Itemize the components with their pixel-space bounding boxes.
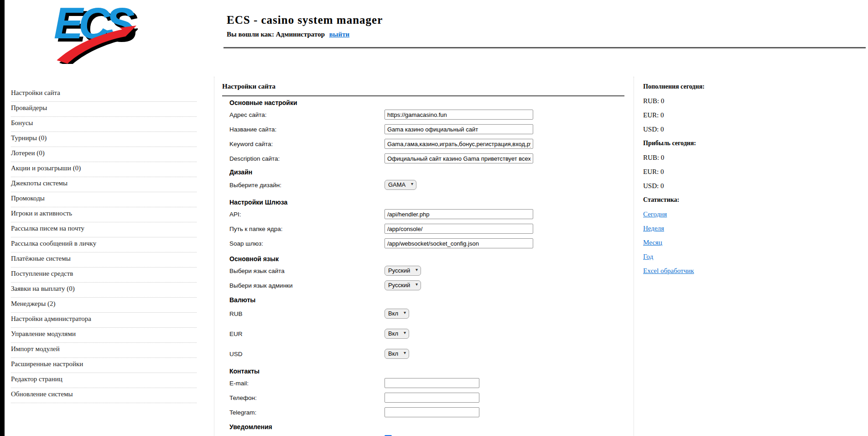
admin-lang-select[interactable]: Русский <box>385 280 421 290</box>
sidebar-item-tournaments[interactable]: Турниры (0) <box>11 132 197 147</box>
field-row-email: E-mail: <box>222 376 624 390</box>
site-description-label: Description сайта: <box>229 155 385 162</box>
statistics-title: Статистика: <box>643 196 780 205</box>
section-currencies: Валюты <box>222 296 624 305</box>
section-gateway: Настройки Шлюза <box>222 199 624 207</box>
usd-label: USD <box>229 351 385 357</box>
field-row-site-lang: Выбери язык сайта Русский ▾ <box>222 263 624 278</box>
sidebar-item-pm-mailing[interactable]: Рассылка сообщений в личку <box>11 237 197 252</box>
sidebar-item-site-settings[interactable]: Настройки сайта <box>11 87 197 102</box>
site-name-input[interactable] <box>385 124 533 134</box>
sidebar-item-payout-requests[interactable]: Заявки на выплату (0) <box>11 283 197 298</box>
field-row-rub: RUB Вкл ▾ <box>222 305 624 323</box>
site-url-input[interactable] <box>385 110 533 120</box>
site-description-input[interactable] <box>385 153 533 163</box>
section-language: Основной язык <box>222 255 624 263</box>
phone-field[interactable] <box>385 393 479 403</box>
logout-link[interactable]: выйти <box>329 31 349 38</box>
admin-lang-label: Выбери язык админки <box>229 282 385 289</box>
core-path-label: Путь к папке ядра: <box>229 226 385 232</box>
sidebar-item-incoming-funds[interactable]: Поступление средств <box>11 268 197 283</box>
sidebar-item-jackpots[interactable]: Джекпоты системы <box>11 177 197 192</box>
login-status: Вы вошли как: Администратор выйти <box>227 31 728 38</box>
sidebar-item-admin-settings[interactable]: Настройки администратора <box>11 313 197 328</box>
field-row-deposit-notify: При пополнение счета: <box>222 431 624 436</box>
section-basic-settings: Основные настройки <box>222 99 624 107</box>
field-row-soap: Soap шлюз: <box>222 236 624 251</box>
sidebar-item-advanced-settings[interactable]: Расширенные настройки <box>11 358 197 373</box>
profit-usd: USD: 0 <box>643 182 780 190</box>
site-settings-panel: Настройки сайта Основные настройки Адрес… <box>214 77 634 436</box>
deposits-usd: USD: 0 <box>643 126 780 134</box>
login-status-text: Вы вошли как: Администратор <box>227 31 325 38</box>
email-label: E-mail: <box>229 380 385 387</box>
app-title: ECS - casino system manager <box>227 14 728 26</box>
sidebar-nav: Настройки сайта Провайдеры Бонусы Турнир… <box>11 87 197 403</box>
sidebar-item-module-import[interactable]: Импорт модулей <box>11 343 197 358</box>
api-input[interactable] <box>385 209 533 219</box>
page-header: ECS - casino system manager Вы вошли как… <box>227 14 728 38</box>
sidebar-item-providers[interactable]: Провайдеры <box>11 102 197 117</box>
core-path-input[interactable] <box>385 224 533 234</box>
phone-label: Телефон: <box>229 394 385 401</box>
soap-label: Soap шлюз: <box>229 240 385 247</box>
field-row-site-name: Название сайта: <box>222 122 624 137</box>
sidebar-item-page-editor[interactable]: Редактор страниц <box>11 373 197 388</box>
field-row-telegram: Telegram: <box>222 405 624 420</box>
api-label: API: <box>229 211 385 218</box>
sidebar-item-managers[interactable]: Менеджеры (2) <box>11 298 197 313</box>
stats-link-week[interactable]: Неделя <box>643 225 664 232</box>
stats-link-excel[interactable]: Excel обработчик <box>643 267 694 274</box>
deposits-today-title: Пополнения сегодня: <box>643 83 780 91</box>
profit-today-title: Прибыль сегодня: <box>643 140 780 148</box>
design-select[interactable]: GAMA <box>385 180 416 190</box>
sidebar-item-promocodes[interactable]: Промокоды <box>11 192 197 207</box>
field-row-admin-lang: Выбери язык админки Русский ▾ <box>222 278 624 293</box>
sidebar-item-players-activity[interactable]: Игроки и активность <box>11 207 197 222</box>
section-contacts: Контакты <box>222 368 624 376</box>
logo-swoosh-icon <box>51 5 138 64</box>
sidebar-item-lotteries[interactable]: Лотереи (0) <box>11 147 197 162</box>
field-row-core-path: Путь к папке ядра: <box>222 221 624 236</box>
deposits-eur: EUR: 0 <box>643 111 780 120</box>
stats-panel: Пополнения сегодня: RUB: 0 EUR: 0 USD: 0… <box>643 83 780 281</box>
sidebar-item-payment-systems[interactable]: Платёжные системы <box>11 252 197 268</box>
left-edge-strip <box>0 0 5 436</box>
rub-label: RUB <box>229 310 385 317</box>
rub-select[interactable]: Вкл <box>385 309 409 319</box>
sidebar-item-module-management[interactable]: Управление модулями <box>11 328 197 343</box>
field-row-site-keywords: Keyword сайта: <box>222 137 624 151</box>
design-label: Выберите дизайн: <box>229 182 385 189</box>
site-name-label: Название сайта: <box>229 126 385 133</box>
section-notifications: Уведомления <box>222 423 624 431</box>
site-keywords-input[interactable] <box>385 139 533 149</box>
field-row-site-url: Адрес сайта: <box>222 107 624 122</box>
stats-link-month[interactable]: Месяц <box>643 239 662 246</box>
page-title: Настройки сайта <box>222 83 624 96</box>
profit-eur: EUR: 0 <box>643 168 780 176</box>
soap-input[interactable] <box>385 238 533 248</box>
section-design: Дизайн <box>222 168 624 177</box>
field-row-api: API: <box>222 207 624 221</box>
field-row-eur: EUR Вкл ▾ <box>222 323 624 345</box>
ecs-logo: ECS <box>51 5 138 59</box>
site-lang-label: Выбери язык сайта <box>229 268 385 274</box>
sidebar-item-promotions[interactable]: Акции и розыгрыши (0) <box>11 162 197 177</box>
field-row-phone: Телефон: <box>222 390 624 405</box>
eur-select[interactable]: Вкл <box>385 329 409 339</box>
stats-link-today[interactable]: Сегодня <box>643 210 667 218</box>
site-lang-select[interactable]: Русский <box>385 266 421 276</box>
field-row-site-description: Description сайта: <box>222 151 624 166</box>
profit-rub: RUB: 0 <box>643 154 780 162</box>
stats-link-year[interactable]: Год <box>643 253 653 260</box>
sidebar-item-system-update[interactable]: Обновление системы <box>11 388 197 403</box>
sidebar-item-email-mailing[interactable]: Рассылка писем на почту <box>11 222 197 237</box>
eur-label: EUR <box>229 331 385 337</box>
usd-select[interactable]: Вкл <box>385 349 409 359</box>
field-row-design: Выберите дизайн: GAMA ▾ <box>222 177 624 193</box>
deposits-rub: RUB: 0 <box>643 97 780 105</box>
telegram-label: Telegram: <box>229 409 385 416</box>
telegram-field[interactable] <box>385 407 479 417</box>
email-field[interactable] <box>385 378 479 388</box>
sidebar-item-bonuses[interactable]: Бонусы <box>11 117 197 132</box>
